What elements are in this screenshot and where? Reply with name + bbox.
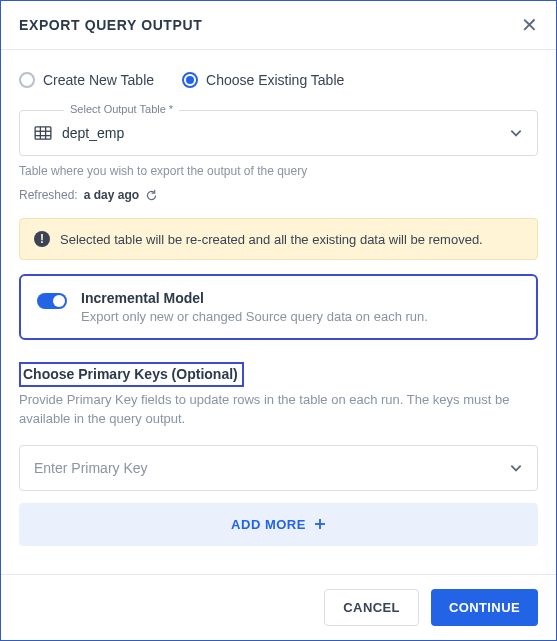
dialog-body: Create New Table Choose Existing Table S… xyxy=(1,50,556,574)
radio-icon xyxy=(182,72,198,88)
primary-key-select[interactable]: Enter Primary Key xyxy=(19,445,538,491)
incremental-toggle[interactable] xyxy=(37,293,67,309)
output-table-value: dept_emp xyxy=(62,125,499,141)
radio-label: Create New Table xyxy=(43,72,154,88)
incremental-text: Incremental Model Export only new or cha… xyxy=(81,290,428,324)
warning-text: Selected table will be re-created and al… xyxy=(60,232,483,247)
add-more-button[interactable]: ADD MORE xyxy=(19,503,538,546)
primary-keys-heading: Choose Primary Keys (Optional) xyxy=(19,362,244,387)
incremental-model-box: Incremental Model Export only new or cha… xyxy=(19,274,538,340)
plus-icon xyxy=(314,518,326,530)
incremental-subtitle: Export only new or changed Source query … xyxy=(81,309,428,324)
svg-rect-0 xyxy=(35,127,51,139)
add-more-label: ADD MORE xyxy=(231,517,306,532)
output-table-help: Table where you wish to export the outpu… xyxy=(19,164,538,178)
table-mode-radio-group: Create New Table Choose Existing Table xyxy=(19,72,538,88)
dialog-footer: CANCEL CONTINUE xyxy=(1,574,556,640)
close-icon[interactable]: ✕ xyxy=(521,15,538,35)
primary-keys-subtext: Provide Primary Key fields to update row… xyxy=(19,391,538,429)
cancel-button[interactable]: CANCEL xyxy=(324,589,419,626)
table-icon xyxy=(34,126,52,140)
warning-icon: ! xyxy=(34,231,50,247)
chevron-down-icon xyxy=(509,461,523,475)
dialog-title: EXPORT QUERY OUTPUT xyxy=(19,17,202,33)
primary-keys-section: Choose Primary Keys (Optional) Provide P… xyxy=(19,362,538,546)
radio-icon xyxy=(19,72,35,88)
radio-choose-existing-table[interactable]: Choose Existing Table xyxy=(182,72,344,88)
output-table-select[interactable]: Select Output Table * dept_emp xyxy=(19,110,538,156)
radio-label: Choose Existing Table xyxy=(206,72,344,88)
radio-create-new-table[interactable]: Create New Table xyxy=(19,72,154,88)
recreate-warning-banner: ! Selected table will be re-created and … xyxy=(19,218,538,260)
incremental-title: Incremental Model xyxy=(81,290,428,306)
refreshed-value: a day ago xyxy=(84,188,139,202)
continue-button[interactable]: CONTINUE xyxy=(431,589,538,626)
chevron-down-icon xyxy=(509,126,523,140)
dialog-header: EXPORT QUERY OUTPUT ✕ xyxy=(1,1,556,50)
field-label: Select Output Table * xyxy=(64,103,179,115)
refresh-icon[interactable] xyxy=(145,189,158,202)
refreshed-prefix: Refreshed: xyxy=(19,188,78,202)
refreshed-row: Refreshed: a day ago xyxy=(19,188,538,202)
primary-key-placeholder: Enter Primary Key xyxy=(34,460,148,476)
